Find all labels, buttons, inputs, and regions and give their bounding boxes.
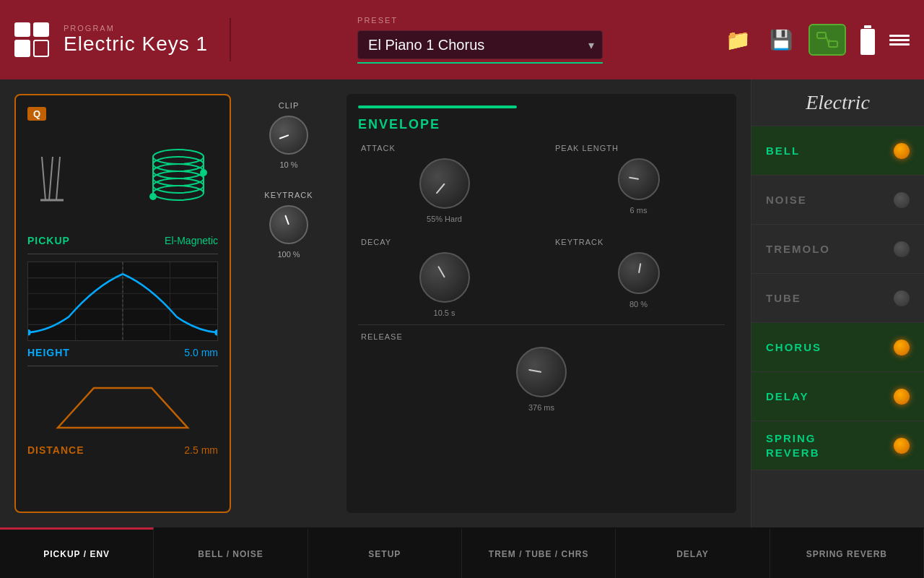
clip-label: CLIP	[279, 101, 299, 110]
routing-icon	[816, 30, 839, 50]
coil-svg	[124, 135, 211, 222]
env-keytrack-knob[interactable]	[618, 252, 660, 294]
svg-rect-0	[817, 33, 826, 38]
fx-led-spring-reverb	[894, 438, 910, 454]
release-label: RELEASE	[358, 332, 403, 341]
svg-point-22	[214, 329, 217, 336]
divider-2	[27, 366, 218, 366]
fx-item-noise[interactable]: NOISE	[751, 176, 924, 225]
knob-column: CLIP 10 % KEYTRACK 100 %	[245, 94, 332, 513]
tab-bell-noise[interactable]: BELL / NOISE	[154, 527, 308, 578]
attack-knob[interactable]	[419, 158, 470, 209]
tab-setup[interactable]: SETUP	[308, 527, 462, 578]
tab-pickup-env[interactable]: PICKUP / ENV	[0, 527, 154, 578]
tab-delay[interactable]: DELAY	[616, 527, 770, 578]
routing-button[interactable]	[808, 24, 846, 56]
peak-length-knob[interactable]	[618, 158, 660, 200]
envelope-title: ENVELOPE	[358, 117, 725, 132]
fx-item-spring-reverb[interactable]: SPRINGREVERB	[751, 421, 924, 470]
fx-led-bell	[894, 143, 910, 159]
stacked-lines-icon	[889, 35, 910, 46]
fx-led-tremolo	[894, 241, 910, 257]
q-badge: Q	[27, 107, 46, 121]
decay-label: DECAY	[358, 238, 391, 246]
pickup-module: Q	[14, 94, 231, 513]
save-button[interactable]: 💾	[765, 24, 797, 56]
header-divider	[230, 18, 231, 61]
fx-led-noise	[894, 192, 910, 208]
keytrack-section: KEYTRACK 100 %	[264, 191, 313, 259]
app-logo	[14, 22, 49, 57]
fx-item-bell[interactable]: BELL	[751, 126, 924, 176]
tab-trem-tube-chrs[interactable]: TREM / TUBE / CHRS	[462, 527, 616, 578]
stacked-line-1	[889, 35, 910, 37]
attack-value: 55% Hard	[427, 215, 462, 223]
fx-name-tube: TUBE	[766, 292, 801, 304]
divider-1	[27, 254, 218, 254]
tine-icon	[35, 142, 71, 215]
fx-item-tremolo[interactable]: TREMOLO	[751, 225, 924, 274]
env-divider	[358, 324, 725, 325]
release-value: 376 ms	[528, 403, 554, 412]
pickup-label: PICKUP	[27, 235, 70, 246]
program-name: Electric Keys 1	[64, 33, 208, 56]
pickup-label-row: PICKUP El-Magnetic	[27, 235, 218, 246]
decay-knob[interactable]	[419, 252, 470, 303]
svg-point-12	[200, 169, 207, 176]
folder-icon: 📁	[725, 28, 751, 52]
fx-list: BELL NOISE TREMOLO TUBE CHORUS	[751, 126, 924, 527]
bottom-tabs: PICKUP / ENV BELL / NOISE SETUP TREM / T…	[0, 527, 924, 578]
fx-item-chorus[interactable]: CHORUS	[751, 323, 924, 372]
program-label: PROGRAM	[64, 24, 208, 33]
peak-length-knob-indicator	[629, 177, 639, 180]
attack-section: ATTACK 55% Hard	[358, 144, 531, 223]
right-panel: Electric BELL NOISE TREMOLO TUBE	[751, 79, 924, 527]
attack-label: ATTACK	[358, 144, 396, 152]
preset-dropdown[interactable]: El Piano 1 Chorus	[357, 30, 603, 59]
electric-logo: Electric	[751, 79, 924, 126]
save-icon: 💾	[770, 29, 793, 51]
stacked-line-2	[889, 39, 910, 41]
fx-name-chorus: CHORUS	[766, 341, 821, 353]
envelope-panel: ENVELOPE ATTACK 55% Hard PEAK LENGTH	[346, 94, 736, 513]
battery-icon	[858, 24, 878, 56]
decay-section: DECAY 10.5 s	[358, 238, 531, 317]
decay-knob-indicator	[437, 266, 445, 278]
preset-label: PRESET	[357, 16, 603, 25]
fx-name-tremolo: TREMOLO	[766, 243, 830, 255]
preset-select-wrapper: El Piano 1 Chorus ▾	[357, 30, 603, 59]
pickup-value: El-Magnetic	[165, 235, 218, 246]
program-section: PROGRAM Electric Keys 1	[64, 24, 208, 56]
battery-body	[860, 29, 875, 55]
fx-led-chorus	[894, 340, 910, 355]
open-folder-button[interactable]: 📁	[722, 24, 754, 56]
height-label-row: HEIGHT 5.0 mm	[27, 347, 218, 358]
tab-spring-reverb[interactable]: SPRING REVERB	[770, 527, 924, 578]
clip-knob-indicator	[279, 134, 289, 139]
keytrack-knob-indicator	[284, 215, 289, 225]
svg-rect-1	[829, 41, 837, 47]
keytrack-value: 100 %	[277, 250, 300, 259]
fx-item-delay[interactable]: DELAY	[751, 372, 924, 421]
height-label: HEIGHT	[27, 347, 70, 358]
header-icons: 📁 💾	[722, 24, 910, 56]
release-knob[interactable]	[516, 347, 567, 397]
trapezoid-container	[27, 374, 218, 439]
env-keytrack-value: 80 %	[629, 300, 648, 309]
svg-marker-24	[58, 388, 188, 428]
keytrack-knob[interactable]	[269, 205, 308, 244]
trapezoid-svg	[36, 377, 209, 435]
keytrack-label: KEYTRACK	[264, 191, 313, 199]
fx-led-delay	[894, 389, 910, 405]
clip-knob[interactable]	[269, 116, 308, 155]
distance-label: DISTANCE	[27, 444, 84, 456]
left-panel: Q	[0, 79, 751, 527]
coil-visual	[27, 128, 218, 229]
distance-label-row: DISTANCE 2.5 mm	[27, 444, 218, 456]
stacked-line-3	[889, 43, 910, 46]
fx-item-tube[interactable]: TUBE	[751, 274, 924, 323]
main-content: Q	[0, 79, 924, 527]
logo-cell-4	[33, 40, 49, 57]
preset-container: PRESET El Piano 1 Chorus ▾	[357, 16, 603, 64]
fx-name-delay: DELAY	[766, 390, 808, 402]
